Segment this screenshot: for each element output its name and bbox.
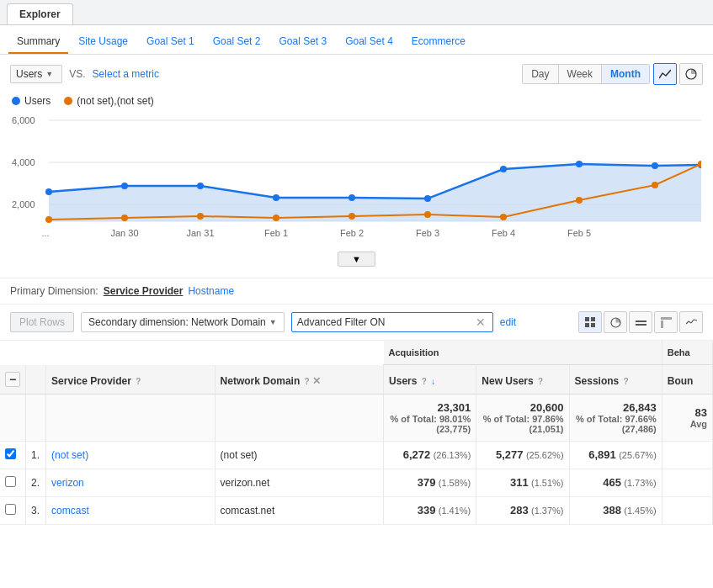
tab-goal-set-1[interactable]: Goal Set 1 bbox=[138, 30, 203, 54]
svg-line-45 bbox=[691, 320, 694, 323]
row1-users: 6,272 (26.13%) bbox=[384, 441, 476, 469]
column-header-row: − Service Provider ? Network Domain ? ✕ … bbox=[0, 365, 713, 395]
filter-clear-btn[interactable]: ✕ bbox=[476, 315, 486, 329]
row1-checkbox[interactable] bbox=[5, 448, 16, 459]
select-metric-link[interactable]: Select a metric bbox=[93, 68, 159, 80]
pie-chart-btn[interactable] bbox=[679, 63, 703, 85]
row1-sp[interactable]: (not set) bbox=[46, 441, 215, 469]
svg-point-24 bbox=[652, 182, 658, 188]
table-view-grid[interactable] bbox=[578, 311, 602, 333]
row2-sessions-val: 465 bbox=[603, 476, 621, 489]
totals-num-cell bbox=[26, 394, 46, 441]
week-btn[interactable]: Week bbox=[559, 65, 602, 83]
row2-checkbox[interactable] bbox=[5, 476, 16, 487]
chart-expand-btn[interactable]: ▼ bbox=[338, 252, 375, 267]
svg-point-14 bbox=[652, 162, 658, 169]
row3-bounce bbox=[662, 496, 712, 524]
new-users-help-icon[interactable]: ? bbox=[538, 377, 543, 386]
right-controls: Day Week Month bbox=[522, 63, 703, 85]
collapse-btn[interactable]: − bbox=[5, 372, 20, 387]
tab-goal-set-3[interactable]: Goal Set 3 bbox=[270, 30, 335, 54]
row2-check[interactable] bbox=[0, 469, 26, 496]
row1-num: 1. bbox=[26, 441, 46, 469]
table-view-compare[interactable] bbox=[629, 311, 652, 333]
day-btn[interactable]: Day bbox=[523, 65, 558, 83]
plot-rows-btn[interactable]: Plot Rows bbox=[10, 312, 74, 332]
svg-text:Feb 4: Feb 4 bbox=[492, 228, 515, 238]
row3-checkbox[interactable] bbox=[5, 504, 16, 515]
acquisition-group-header: Acquisition bbox=[384, 341, 662, 365]
table-view-pivot[interactable] bbox=[654, 311, 678, 333]
data-table-wrapper: Acquisition Beha − Service Provider ? Ne… bbox=[0, 341, 713, 525]
row1-check[interactable] bbox=[0, 441, 26, 469]
metric-select[interactable]: Users ▼ bbox=[10, 65, 62, 83]
tab-site-usage[interactable]: Site Usage bbox=[70, 30, 136, 54]
row2-sp[interactable]: verizon bbox=[46, 469, 215, 496]
secondary-dim-select[interactable]: Secondary dimension: Network Domain ▼ bbox=[81, 312, 285, 332]
service-provider-dim[interactable]: Service Provider bbox=[104, 285, 184, 297]
not-set-dot bbox=[64, 97, 72, 105]
totals-new-users-cell: 20,600 % of Total: 97.86% (21,051) bbox=[476, 394, 569, 441]
explorer-tab-bar: Explorer bbox=[0, 0, 713, 25]
svg-point-20 bbox=[349, 213, 355, 220]
svg-rect-42 bbox=[661, 320, 663, 328]
totals-sessions-val: 26,843 bbox=[575, 401, 657, 414]
month-btn[interactable]: Month bbox=[602, 65, 649, 83]
y-label-4000: 4,000 bbox=[12, 157, 35, 167]
tab-summary[interactable]: Summary bbox=[8, 30, 68, 54]
row2-new-users-val: 311 bbox=[510, 476, 529, 489]
primary-dimension-row: Primary Dimension: Service Provider Host… bbox=[0, 278, 713, 305]
row2-users-pct: (1.58%) bbox=[439, 478, 471, 488]
tab-goal-set-4[interactable]: Goal Set 4 bbox=[337, 30, 402, 54]
totals-bounce-cell: 83 Avg bbox=[662, 394, 712, 441]
row3-new-users-val: 283 bbox=[510, 504, 529, 516]
totals-new-users-pct: % of Total: 97.86% (21,051) bbox=[482, 414, 563, 434]
users-sort-arrow[interactable]: ↓ bbox=[431, 377, 435, 386]
sessions-help-icon[interactable]: ? bbox=[624, 377, 629, 386]
chart-area: 6,000 4,000 2,000 bbox=[0, 112, 713, 278]
network-domain-help-icon[interactable]: ? bbox=[305, 377, 310, 386]
table-view-pie[interactable] bbox=[604, 311, 627, 333]
svg-rect-37 bbox=[591, 323, 595, 327]
time-btn-group: Day Week Month bbox=[522, 64, 650, 84]
svg-text:...: ... bbox=[41, 228, 49, 238]
data-table: Acquisition Beha − Service Provider ? Ne… bbox=[0, 341, 713, 525]
network-domain-remove-icon[interactable]: ✕ bbox=[312, 375, 321, 387]
totals-bounce-val: 83 bbox=[668, 406, 707, 419]
row2-bounce bbox=[662, 469, 712, 496]
svg-rect-35 bbox=[591, 317, 595, 321]
table-view-sparkline[interactable] bbox=[679, 311, 703, 333]
table-view-btns bbox=[578, 311, 703, 333]
svg-text:Feb 2: Feb 2 bbox=[340, 228, 364, 238]
totals-users-cell: 23,301 % of Total: 98.01% (23,775) bbox=[384, 394, 476, 441]
filter-edit-link[interactable]: edit bbox=[500, 316, 516, 328]
totals-new-users-val: 20,600 bbox=[482, 401, 563, 414]
hostname-dim[interactable]: Hostname bbox=[188, 285, 234, 297]
tab-ecommerce[interactable]: Ecommerce bbox=[403, 30, 474, 54]
explorer-tab-label[interactable]: Explorer bbox=[7, 3, 73, 24]
svg-point-7 bbox=[121, 183, 128, 189]
tab-goal-set-2[interactable]: Goal Set 2 bbox=[205, 30, 269, 54]
row1-sessions: 6,891 (25.67%) bbox=[569, 441, 662, 469]
row2-users: 379 (1.58%) bbox=[384, 469, 476, 496]
left-controls: Users ▼ VS. Select a metric bbox=[10, 65, 159, 83]
totals-row: 23,301 % of Total: 98.01% (23,775) 20,60… bbox=[0, 394, 713, 441]
users-help-icon[interactable]: ? bbox=[422, 377, 427, 386]
totals-check-cell bbox=[0, 394, 26, 441]
table-row: 3. comcast comcast.net 339 (1.41%) 283 (… bbox=[0, 496, 713, 524]
row2-users-val: 379 bbox=[418, 476, 436, 489]
secondary-dim-arrow: ▼ bbox=[269, 318, 277, 326]
totals-sessions-cell: 26,843 % of Total: 97.66% (27,486) bbox=[569, 394, 662, 441]
row1-nd: (not set) bbox=[215, 441, 383, 469]
metric-label: Users bbox=[16, 68, 42, 80]
sub-tabs-bar: Summary Site Usage Goal Set 1 Goal Set 2… bbox=[0, 25, 713, 55]
service-provider-help-icon[interactable]: ? bbox=[136, 377, 141, 386]
totals-bounce-label: Avg bbox=[668, 419, 707, 429]
table-row: 2. verizon verizon.net 379 (1.58%) 311 (… bbox=[0, 469, 713, 496]
table-row: 1. (not set) (not set) 6,272 (26.13%) 5,… bbox=[0, 441, 713, 469]
new-users-col-header: New Users ? bbox=[476, 365, 569, 395]
row3-sp[interactable]: comcast bbox=[46, 496, 215, 524]
svg-text:Feb 5: Feb 5 bbox=[567, 228, 591, 238]
row3-check[interactable] bbox=[0, 496, 26, 524]
line-chart-btn[interactable] bbox=[653, 63, 677, 85]
